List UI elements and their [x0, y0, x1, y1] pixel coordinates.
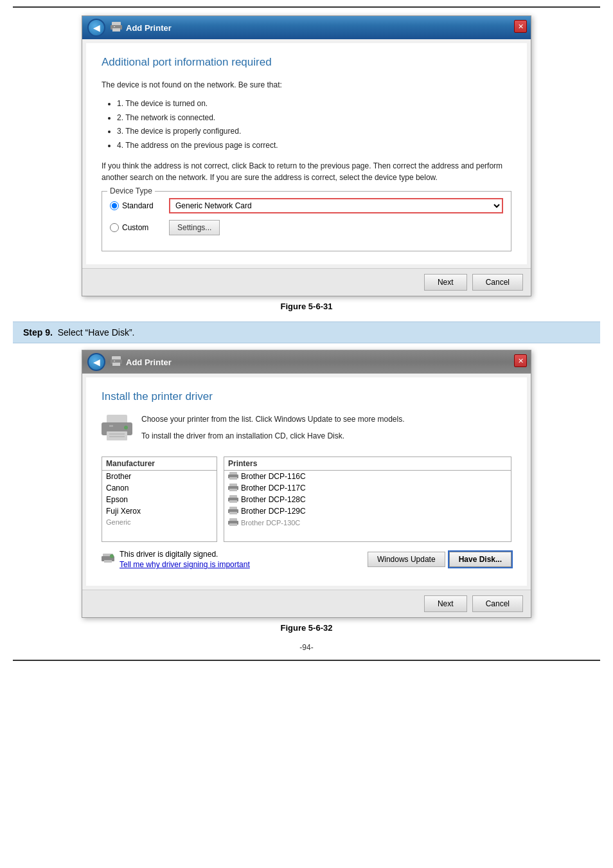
printers-panel: Printers Brother DCP-116C Brother DCP-11… [224, 457, 511, 542]
custom-radio[interactable] [110, 223, 119, 232]
manufacturer-item-canon[interactable]: Canon [102, 482, 217, 494]
driver-buttons: Windows Update Have Disk... [368, 552, 511, 567]
svg-rect-13 [109, 433, 125, 435]
standard-label[interactable]: Standard [110, 201, 161, 210]
dialog-heading-2: Install the printer driver [102, 390, 511, 403]
printers-header: Printers [224, 457, 511, 471]
svg-rect-23 [229, 500, 237, 503]
dialog-close-button-1[interactable]: ✕ [514, 20, 527, 33]
install-line1: Choose your printer from the list. Click… [141, 413, 405, 426]
dialog-content-2: Install the printer driver Choose [86, 377, 527, 586]
figure-caption-1: Figure 5-6-31 [13, 302, 600, 311]
install-intro: Choose your printer from the list. Click… [102, 413, 511, 446]
list-item-1: 1. The device is turned on. [117, 97, 511, 111]
svg-rect-2 [112, 28, 120, 32]
custom-row: Custom Settings... [110, 220, 503, 235]
printer-large-icon [102, 413, 132, 446]
step-9-number: Step 9. [23, 327, 53, 338]
svg-point-12 [124, 426, 128, 429]
next-button-2[interactable]: Next [424, 595, 467, 612]
dialog-body1: The device is not found on the network. … [102, 79, 511, 91]
top-rule [13, 6, 600, 8]
dialog-title-1: Add Printer [126, 23, 172, 33]
install-line2: To install the driver from an installati… [141, 430, 405, 442]
install-text-block: Choose your printer from the list. Click… [141, 413, 405, 442]
dialog-back-button-1[interactable]: ◀ [87, 19, 105, 37]
page-container: ◀ Add Printer ✕ Additional port informat… [0, 0, 613, 674]
page-number: -94- [13, 643, 600, 652]
dialog-title-2: Add Printer [126, 357, 172, 367]
dialog-titlebar-2: ◀ Add Printer ✕ [82, 350, 531, 374]
manufacturer-item-generic[interactable]: Generic [102, 517, 217, 527]
settings-button[interactable]: Settings... [169, 220, 220, 235]
driver-signed-text: This driver is digitally signed. [120, 550, 250, 559]
dialog-footer-2: Next Cancel [82, 590, 531, 617]
printers-list[interactable]: Brother DCP-116C Brother DCP-117C Brothe… [224, 471, 511, 541]
step-9-banner: Step 9. Select “Have Disk”. [13, 321, 600, 343]
driver-info-row: This driver is digitally signed. Tell me… [102, 550, 511, 569]
svg-rect-20 [229, 489, 237, 491]
manufacturer-list[interactable]: Brother Canon Epson Fuji Xerox Generic [102, 471, 217, 541]
dialog-window-1: ◀ Add Printer ✕ Additional port informat… [82, 15, 531, 296]
svg-point-33 [110, 554, 114, 558]
svg-rect-29 [229, 523, 237, 526]
manufacturer-panel: Manufacturer Brother Canon Epson Fuji Xe… [102, 457, 217, 542]
next-button-1[interactable]: Next [424, 274, 467, 291]
step-9-instruction: Select “Have Disk”. [58, 327, 135, 338]
standard-radio[interactable] [110, 201, 119, 210]
dialog-close-button-2[interactable]: ✕ [514, 354, 527, 367]
manufacturer-header: Manufacturer [102, 457, 217, 471]
dialog-window-2: ◀ Add Printer ✕ Install the printer driv… [82, 350, 531, 618]
printer-item-116c[interactable]: Brother DCP-116C [224, 471, 511, 482]
printer-item-129c[interactable]: Brother DCP-129C [224, 505, 511, 517]
printer-titlebar-icon-2 [111, 356, 122, 368]
dialog-titlebar-1: ◀ Add Printer ✕ [82, 16, 531, 39]
device-type-legend: Device Type [107, 186, 155, 195]
svg-rect-32 [104, 560, 112, 563]
svg-rect-7 [114, 361, 115, 361]
cancel-button-1[interactable]: Cancel [472, 274, 523, 291]
svg-rect-11 [109, 425, 113, 427]
manufacturer-item-fujixerox[interactable]: Fuji Xerox [102, 505, 217, 517]
dialog-back-button-2[interactable]: ◀ [87, 353, 105, 371]
svg-rect-17 [229, 477, 237, 480]
list-item-4: 4. The address on the previous page is c… [117, 139, 511, 153]
driver-info-left: This driver is digitally signed. Tell me… [102, 550, 250, 569]
standard-row: Standard Generic Network Card [110, 198, 503, 213]
printer-item-117c[interactable]: Brother DCP-117C [224, 482, 511, 494]
have-disk-button[interactable]: Have Disk... [449, 552, 511, 567]
bottom-rule [13, 660, 600, 661]
printer-item-128c[interactable]: Brother DCP-128C [224, 494, 511, 505]
driver-info-text: This driver is digitally signed. Tell me… [120, 550, 250, 569]
dialog-footer-1: Next Cancel [82, 268, 531, 296]
device-type-group: Device Type Standard Generic Network Car… [102, 191, 511, 251]
svg-rect-26 [229, 512, 237, 514]
driver-signing-link[interactable]: Tell me why driver signing is important [120, 560, 250, 569]
manufacturer-item-brother[interactable]: Brother [102, 471, 217, 482]
windows-update-button[interactable]: Windows Update [368, 552, 445, 567]
dialog-body2: If you think the address is not correct,… [102, 160, 511, 183]
driver-signed-icon [102, 552, 114, 567]
manufacturer-item-epson[interactable]: Epson [102, 494, 217, 505]
list-table-container: Manufacturer Brother Canon Epson Fuji Xe… [102, 457, 511, 542]
printer-item-130c[interactable]: Brother DCP-130C [224, 517, 511, 529]
list-item-3: 3. The device is properly configured. [117, 125, 511, 139]
dialog-heading-1: Additional port information required [102, 56, 511, 69]
svg-rect-3 [114, 26, 115, 27]
figure-caption-2: Figure 5-6-32 [13, 623, 600, 633]
cancel-button-2[interactable]: Cancel [472, 595, 523, 612]
generic-network-card-dropdown[interactable]: Generic Network Card [169, 198, 503, 213]
svg-rect-6 [112, 363, 120, 366]
custom-label[interactable]: Custom [110, 223, 161, 232]
printer-titlebar-icon-1 [111, 22, 122, 34]
dialog-content-1: Additional port information required The… [86, 43, 527, 264]
list-item-2: 2. The network is connected. [117, 111, 511, 125]
svg-rect-14 [109, 436, 125, 437]
dialog-list-1: 1. The device is turned on. 2. The netwo… [117, 97, 511, 152]
